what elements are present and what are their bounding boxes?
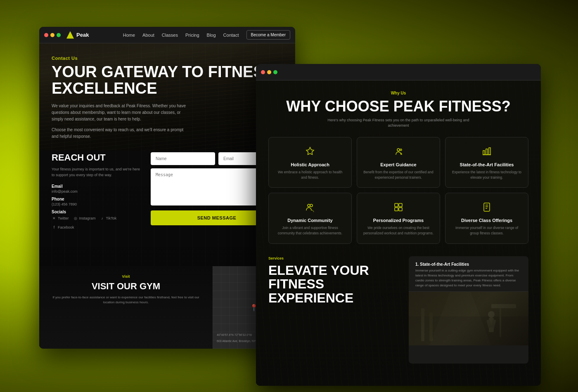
twitter-label: Twitter <box>58 216 69 220</box>
contact-title: Your Gateway to Fitness Excellence <box>52 64 283 97</box>
gym-illustration <box>409 292 528 345</box>
facilities-name: State-of-the-Art Facilities <box>451 162 522 167</box>
svg-point-1 <box>400 149 402 151</box>
right-main-content: Why Us Why Choose Peak Fitness? Here's w… <box>256 80 541 386</box>
svg-rect-12 <box>484 203 490 211</box>
community-icon <box>303 201 317 214</box>
instagram-icon: ◎ <box>73 216 78 221</box>
svg-rect-24 <box>486 319 492 328</box>
services-title: Elevate Your Fitness Experience <box>268 264 402 305</box>
service-card-header: 1. State-of-the-Art Facilities Immerse y… <box>409 256 528 292</box>
tiktok-label: TikTok <box>106 216 117 220</box>
svg-rect-2 <box>483 151 485 155</box>
instagram-label: Instagram <box>79 216 96 220</box>
name-input[interactable] <box>151 152 215 165</box>
facilities-icon <box>480 145 493 158</box>
contact-description-2: Choose the most convenient way to reach … <box>52 127 188 140</box>
svg-rect-17 <box>409 316 528 345</box>
facebook-label: Facebook <box>58 225 74 229</box>
contact-label: Contact Us <box>52 56 283 61</box>
svg-rect-16 <box>409 292 528 345</box>
logo-text: Peak <box>76 32 89 38</box>
classes-icon <box>480 201 493 214</box>
main-nav-left: Home About Classes Pricing Blog Contact … <box>123 30 290 40</box>
window-controls-left <box>44 33 61 37</box>
nav-home[interactable]: Home <box>123 33 135 38</box>
services-section: Services Elevate Your Fitness Experience… <box>268 256 528 364</box>
svg-point-7 <box>310 204 313 207</box>
expert-icon <box>392 145 405 158</box>
svg-rect-11 <box>399 208 402 211</box>
maximize-window-dot[interactable] <box>57 33 61 37</box>
nav-about[interactable]: About <box>142 33 154 38</box>
svg-point-6 <box>308 204 310 207</box>
why-us-label: Why Us <box>268 91 528 95</box>
services-text: Services Elevate Your Fitness Experience <box>268 256 402 364</box>
nav-blog[interactable]: Blog <box>207 33 216 38</box>
browser-bar-left: Peak Home About Classes Pricing Blog Con… <box>39 27 295 43</box>
visit-description: If you prefer face-to-face assistance or… <box>50 295 202 305</box>
expert-desc: Benefit from the expertise of our certif… <box>363 170 434 180</box>
nav-classes[interactable]: Classes <box>162 33 178 38</box>
svg-rect-18 <box>421 308 424 341</box>
minimize-window-dot-r[interactable] <box>267 70 271 74</box>
visit-label: Visit <box>50 274 202 279</box>
social-facebook[interactable]: f Facebook <box>52 225 74 230</box>
close-window-dot[interactable] <box>44 33 48 37</box>
service-card-description: Immerse yourself in a cutting-edge gym e… <box>415 268 522 288</box>
feature-community: Dynamic Community Join a vibrant and sup… <box>268 193 352 244</box>
svg-point-0 <box>397 149 400 151</box>
holistic-icon <box>303 145 317 158</box>
reach-out-title: Reach Out <box>52 152 142 163</box>
programs-name: Personalized Programs <box>363 218 434 223</box>
close-window-dot-r[interactable] <box>261 70 265 74</box>
socials-label: Socials <box>52 210 142 214</box>
social-tiktok[interactable]: ♪ TikTok <box>100 216 117 221</box>
classes-name: Diverse Class Offerings <box>451 218 522 223</box>
reach-out-section: Reach Out Your fitness journey is import… <box>52 152 283 230</box>
maximize-window-dot-r[interactable] <box>273 70 277 74</box>
community-desc: Join a vibrant and supportive fitness co… <box>275 225 346 236</box>
programs-desc: We pride ourselves on creating the best … <box>363 225 434 236</box>
social-twitter[interactable]: ✕ Twitter <box>52 216 69 221</box>
holistic-desc: We embrace a holistic approach to health… <box>275 170 346 180</box>
feature-classes: Diverse Class Offerings Immerse yourself… <box>445 193 528 244</box>
svg-rect-23 <box>489 318 494 332</box>
why-choose-description: Here's why choosing Peak Fitness sets yo… <box>320 118 477 129</box>
svg-point-22 <box>488 311 495 318</box>
expert-name: Expert Guidance <box>363 162 434 167</box>
svg-rect-4 <box>489 148 490 155</box>
feature-holistic: Holistic Approach We embrace a holistic … <box>268 137 352 188</box>
site-logo: Peak <box>66 31 89 39</box>
service-card-number: 1. State-of-the-Art Facilities <box>415 262 522 267</box>
svg-rect-8 <box>395 203 398 207</box>
svg-rect-19 <box>429 312 433 341</box>
facilities-desc: Experience the latest in fitness technol… <box>451 170 522 180</box>
service-card-image <box>409 292 528 345</box>
reach-out-description: Your fitness journey is important to us,… <box>52 166 142 178</box>
become-member-button[interactable]: Become a Member <box>246 30 290 40</box>
why-choose-title: Why Choose Peak Fitness? <box>268 99 528 114</box>
contact-description-1: We value your inquiries and feedback at … <box>52 103 188 123</box>
twitter-icon: ✕ <box>52 216 57 221</box>
email-label: Email <box>52 184 142 189</box>
classes-desc: Immerse yourself in our diverse range of… <box>451 225 522 236</box>
nav-pricing[interactable]: Pricing <box>185 33 199 38</box>
minimize-window-dot[interactable] <box>50 33 54 37</box>
svg-rect-25 <box>491 319 496 328</box>
facebook-icon: f <box>52 225 57 230</box>
community-name: Dynamic Community <box>275 218 346 223</box>
feature-facilities: State-of-the-Art Facilities Experience t… <box>445 137 528 188</box>
social-instagram[interactable]: ◎ Instagram <box>73 216 96 221</box>
feature-expert: Expert Guidance Benefit from the experti… <box>357 137 440 188</box>
right-window-content: Why Us Why Choose Peak Fitness? Here's w… <box>256 80 541 386</box>
tiktok-icon: ♪ <box>100 216 105 221</box>
visit-text-area: Visit Visit Our Gym If you prefer face-t… <box>39 266 213 349</box>
phone-value: (123) 456 7890 <box>52 202 142 206</box>
window-controls-right <box>261 70 277 74</box>
map-coordinates: 40°40'57.6"N 72°56'32.0"W <box>217 333 252 336</box>
services-label: Services <box>268 256 402 260</box>
svg-marker-26 <box>429 292 491 345</box>
nav-contact[interactable]: Contact <box>223 33 239 38</box>
holistic-name: Holistic Approach <box>275 162 346 167</box>
